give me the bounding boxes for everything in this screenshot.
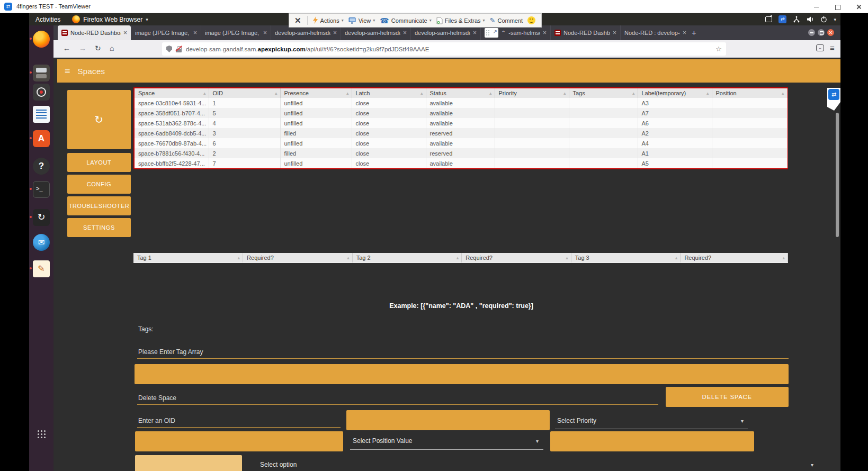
table-row[interactable]: space-531ab362-878c-4...4unfilledcloseav… (135, 118, 787, 128)
browser-tab[interactable]: develop-sam-helmsdee× (410, 25, 480, 40)
column-header[interactable]: Required?▴ (243, 253, 353, 262)
teamviewer-sidebar-widget[interactable]: ⇄ (827, 88, 840, 111)
priority-select-underline[interactable] (555, 429, 748, 429)
delete-space-button[interactable]: DELETE SPACE (666, 387, 789, 407)
oid-input[interactable]: Enter an OID (138, 417, 175, 424)
forward-button[interactable]: → (79, 44, 86, 52)
chevron-down-icon[interactable]: ▾ (834, 17, 836, 22)
oid-input-underline[interactable] (137, 427, 341, 428)
sidebar-button-settings[interactable]: SETTINGS (67, 218, 131, 237)
power-icon[interactable] (820, 16, 827, 23)
teamviewer-indicator-icon[interactable]: ⇄ (778, 15, 786, 23)
actions-menu[interactable]: Actions▾ (312, 16, 344, 24)
close-session-button[interactable]: ✕ (294, 16, 301, 25)
app-menu-icon[interactable]: ≡ (830, 43, 835, 52)
comment-button[interactable]: ✎ Comment (490, 16, 523, 24)
text-editor-icon[interactable] (33, 260, 50, 277)
delete-space-input[interactable]: Delete Space (138, 394, 176, 402)
table-row[interactable]: space-bbffb2f5-4228-47...7unfilledclosea… (135, 158, 787, 168)
tab-close-icon[interactable]: × (613, 29, 616, 37)
column-header[interactable]: OID▴ (209, 88, 280, 98)
browser-tab[interactable]: develop-sam-helmsdee× (271, 25, 341, 40)
refresh-button[interactable]: ↻ (67, 90, 131, 149)
pocket-save-icon[interactable]: ⌄ (816, 44, 824, 51)
browser-minimize-button[interactable] (808, 29, 815, 36)
home-button[interactable]: ⌂ (110, 44, 114, 52)
browser-close-button[interactable] (827, 29, 834, 36)
position-action-button-right[interactable] (550, 431, 754, 451)
table-row[interactable]: space-358df051-b707-4...5unfilledcloseav… (135, 108, 787, 118)
column-header[interactable]: Required?▴ (681, 253, 788, 262)
position-select-underline[interactable] (350, 449, 543, 450)
column-header[interactable]: Status▴ (426, 88, 495, 98)
bookmark-star-icon[interactable]: ☆ (715, 45, 722, 53)
column-header[interactable]: Space▴ (135, 88, 209, 98)
option-select[interactable]: Select option (260, 461, 297, 468)
tab-close-icon[interactable]: × (473, 29, 477, 37)
table-row[interactable]: space-76670db9-87ab-4...6unfilledcloseav… (135, 138, 787, 148)
position-action-button-left[interactable] (135, 431, 343, 451)
delete-space-input-underline[interactable] (137, 404, 658, 405)
browser-tab[interactable]: Node-RED : develop-sa× (620, 25, 690, 40)
feedback-smiley-icon[interactable] (527, 16, 535, 24)
column-header[interactable]: Label(temporary)▴ (638, 88, 712, 98)
browser-tab[interactable]: image (JPEG Image, 12× (201, 25, 271, 40)
files-icon[interactable] (33, 65, 50, 81)
browser-maximize-button[interactable] (818, 29, 825, 36)
page-scrollbar[interactable] (836, 113, 839, 237)
maximize-button[interactable] (834, 3, 842, 11)
remote-desktop-icon[interactable] (33, 209, 50, 226)
insecure-lock-icon[interactable] (176, 46, 182, 52)
sidebar-button-troubleshooter[interactable]: TROUBLESHOOTER (67, 196, 131, 215)
tab-close-icon[interactable]: × (263, 29, 267, 37)
priority-select[interactable]: Select Priority (557, 417, 596, 424)
network-icon[interactable] (793, 16, 800, 23)
firefox-app-menu[interactable]: Firefox Web Browser ▾ (72, 15, 148, 23)
browser-tab[interactable]: Node-RED Dashboa× (550, 25, 620, 40)
column-header[interactable]: Latch▴ (352, 88, 426, 98)
column-header[interactable]: Presence▴ (280, 88, 352, 98)
view-menu[interactable]: View▾ (348, 17, 375, 24)
submit-tags-button[interactable] (135, 364, 789, 384)
sidebar-button-layout[interactable]: LAYOUT (67, 153, 131, 172)
table-row[interactable]: space-b7881c56-f430-4...2filledcloserese… (135, 148, 787, 158)
column-header[interactable]: Tag 1▴ (133, 253, 243, 262)
libreoffice-writer-icon[interactable] (33, 106, 50, 123)
ubuntu-software-icon[interactable] (33, 130, 50, 147)
volume-icon[interactable] (807, 16, 814, 23)
column-header[interactable]: Priority▴ (495, 88, 569, 98)
browser-tab[interactable]: Node-RED Dashboa× (58, 25, 131, 40)
tag-array-input[interactable]: Please Enter Tag Array (138, 348, 203, 356)
show-applications-icon[interactable] (37, 430, 46, 438)
activities-button[interactable]: Activities (35, 16, 60, 23)
tab-close-icon[interactable]: × (543, 29, 547, 37)
browser-tab[interactable]: image (JPEG Image, 12× (131, 25, 201, 40)
back-button[interactable]: ← (63, 44, 70, 52)
communicate-menu[interactable]: ☎ Communicate▾ (380, 16, 431, 25)
position-select[interactable]: Select Position Value (353, 437, 413, 445)
tab-close-icon[interactable]: × (333, 29, 337, 37)
tab-close-icon[interactable]: × (683, 29, 686, 37)
column-header[interactable]: Required?▴ (462, 253, 571, 262)
thunderbird-icon[interactable] (33, 234, 50, 251)
files-extras-menu[interactable]: Files & Extras▾ (436, 17, 485, 24)
column-header[interactable]: Tags▴ (569, 88, 638, 98)
tag-array-input-underline[interactable] (137, 358, 789, 359)
help-icon[interactable] (33, 158, 50, 175)
bottom-action-button[interactable] (135, 455, 242, 471)
sidebar-toggle-icon[interactable]: ≡ (65, 66, 70, 77)
new-tab-button[interactable]: + (692, 28, 696, 37)
terminal-icon[interactable] (33, 181, 50, 198)
oid-action-button[interactable] (346, 410, 550, 430)
table-row[interactable]: space-03c810e4-5931-4...1unfilledcloseav… (135, 98, 787, 108)
tracking-shield-icon[interactable] (166, 46, 172, 52)
minimize-button[interactable] (813, 3, 820, 11)
screen-rotate-icon[interactable] (765, 16, 772, 22)
sidebar-button-config[interactable]: CONFIG (67, 175, 131, 194)
column-header[interactable]: Tag 3▴ (571, 253, 681, 262)
reload-button[interactable]: ↻ (95, 44, 101, 52)
browser-tab[interactable]: develop-sam-helmsdee× (341, 25, 410, 40)
firefox-icon[interactable] (33, 31, 50, 48)
column-header[interactable]: Position▴ (712, 88, 787, 98)
column-header[interactable]: Tag 2▴ (352, 253, 462, 262)
